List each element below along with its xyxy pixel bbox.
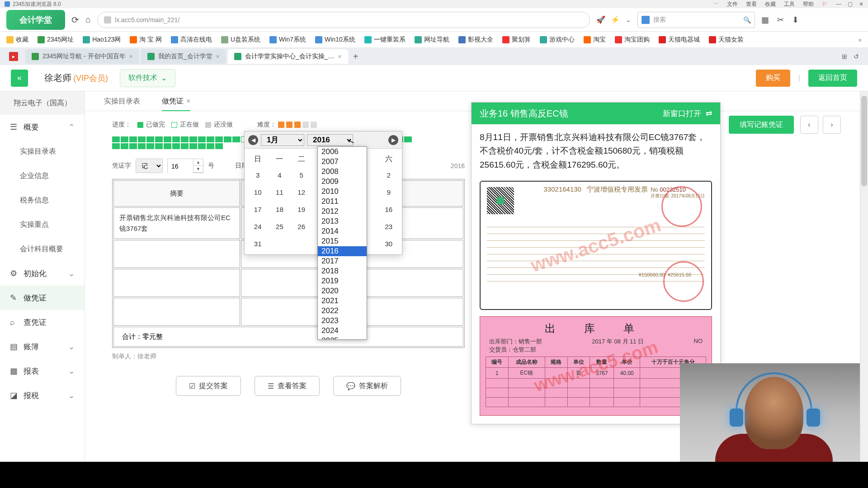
sidebar-item[interactable]: ⚙初始化⌄ (0, 261, 85, 286)
progress-box[interactable] (215, 143, 223, 149)
outbound-slip[interactable]: 出 库 单 出库部门：销售一部交货员：仓管二部 2017 年 08 月 11 日… (480, 316, 712, 416)
cal-prev[interactable]: ◀ (248, 135, 258, 145)
tech-dropdown[interactable]: 软件技术⌄ (120, 69, 175, 87)
calendar-day[interactable]: 9 (378, 184, 399, 200)
progress-box[interactable] (172, 136, 180, 142)
return-home-button[interactable]: 返回首页 (808, 70, 857, 87)
undo-close-icon[interactable]: ↺ (854, 53, 859, 60)
menu-tools[interactable]: 工具 (784, 0, 795, 8)
year-option[interactable]: 2010 (318, 187, 367, 197)
bookmark-item[interactable]: Win10系统 (315, 36, 355, 44)
tab-close-icon[interactable]: × (186, 97, 190, 105)
pinned-doc-icon[interactable]: ▸ (9, 52, 18, 61)
sidebar-subitem[interactable]: 税务信息 (0, 188, 85, 212)
minimize-icon[interactable]: — (836, 1, 841, 7)
year-option[interactable]: 2017 (318, 256, 367, 266)
progress-box[interactable] (138, 136, 146, 142)
year-option[interactable]: 2019 (318, 276, 367, 286)
calendar-day[interactable]: 11 (269, 184, 290, 200)
next-button[interactable]: › (823, 116, 841, 134)
year-option[interactable]: 2009 (318, 177, 367, 187)
calendar-day[interactable]: 16 (378, 201, 399, 217)
fill-voucher-button[interactable]: 填写记账凭证 (729, 116, 794, 134)
year-option[interactable]: 2023 (318, 316, 367, 326)
progress-box[interactable] (207, 136, 214, 142)
month-select[interactable]: 1月 (261, 134, 304, 146)
progress-box[interactable] (138, 143, 146, 149)
bookmark-item[interactable]: Hao123网 (83, 36, 121, 44)
progress-box[interactable] (164, 136, 171, 142)
bookmark-item[interactable]: 淘宝团购 (615, 36, 650, 44)
sidebar-subitem[interactable]: 实操目录表 (0, 139, 85, 164)
progress-box[interactable] (112, 143, 120, 149)
browser-search[interactable]: 搜索 🔍 (637, 12, 755, 28)
menu-file[interactable]: 文件 (727, 0, 738, 8)
progress-box[interactable] (121, 143, 128, 149)
calendar-day[interactable]: 25 (269, 218, 290, 235)
year-option[interactable]: 2014 (318, 226, 367, 236)
calendar-day[interactable]: 2 (378, 167, 399, 183)
year-option[interactable]: 2021 (318, 296, 367, 306)
progress-box[interactable] (404, 136, 412, 142)
tab-close-icon[interactable]: × (338, 53, 341, 60)
calendar-day[interactable] (291, 235, 312, 252)
scissors-icon[interactable]: ✂ (777, 15, 784, 25)
calendar-day[interactable]: 5 (291, 167, 312, 183)
scrollbar[interactable] (860, 91, 868, 488)
progress-box[interactable] (224, 136, 231, 142)
voucher-number-stepper[interactable]: ▲▼ (167, 159, 203, 173)
progress-box[interactable] (198, 143, 206, 149)
year-dropdown[interactable]: 2006200720082009201020112012201320142015… (317, 146, 367, 340)
cal-next[interactable]: ▶ (388, 135, 398, 145)
invoice-image[interactable]: 3302164130 宁波增值税专用发票 No 00232510开票日期: 20… (480, 181, 712, 310)
progress-box[interactable] (112, 136, 120, 142)
bookmark-item[interactable]: 2345网址 (38, 36, 74, 44)
summary-cell[interactable]: 开票销售北京兴科迪科技有限公司EC镜3767套 (113, 207, 240, 239)
prev-button[interactable]: ‹ (800, 116, 818, 134)
step-up[interactable]: ▲ (193, 159, 203, 166)
menu-chevron[interactable]: ﹀ (713, 0, 719, 8)
calendar-day[interactable]: 10 (247, 184, 268, 200)
bookmark-item[interactable]: U盘装系统 (221, 36, 260, 44)
buy-button[interactable]: 购买 (756, 70, 790, 87)
progress-box[interactable] (146, 136, 154, 142)
calendar-day[interactable]: 12 (291, 184, 312, 200)
maximize-icon[interactable]: ▢ (848, 1, 853, 7)
summary-cell[interactable] (113, 240, 240, 268)
calendar-day[interactable]: 24 (247, 218, 268, 235)
bookmark-item[interactable]: 聚划算 (502, 36, 531, 44)
progress-box[interactable] (172, 143, 180, 149)
year-select[interactable]: 2016 (307, 134, 353, 146)
notification-icon[interactable]: ⚐ (822, 1, 827, 7)
bookmark-item[interactable]: 淘宝 (584, 36, 606, 44)
progress-box[interactable] (129, 136, 137, 142)
menu-fav[interactable]: 收藏 (765, 0, 776, 8)
bookmarks-more[interactable]: » (858, 36, 862, 43)
progress-box[interactable] (155, 143, 163, 149)
bookmark-item[interactable]: 收藏 (6, 36, 28, 44)
year-option[interactable]: 2008 (318, 167, 367, 177)
sidebar-subitem[interactable]: 会计科目概要 (0, 237, 85, 261)
sidebar-toggle[interactable]: « (11, 70, 28, 87)
new-tab-button[interactable]: + (350, 51, 362, 62)
inner-tab[interactable]: 做凭证× (151, 92, 201, 111)
close-window-icon[interactable]: ✕ (859, 1, 863, 7)
browser-tab[interactable]: 会计学堂实操中心_会计实操_…× (228, 49, 348, 64)
calendar-day[interactable]: 26 (291, 218, 312, 235)
open-new-window[interactable]: 新窗口打开⇄ (663, 108, 712, 119)
search-go-icon[interactable]: 🔍 (743, 16, 751, 23)
calendar-day[interactable] (269, 235, 290, 252)
summary-cell[interactable] (113, 298, 240, 326)
year-option[interactable]: 2015 (318, 236, 367, 246)
apps-icon[interactable]: ▦ (761, 15, 769, 25)
year-option[interactable]: 2018 (318, 266, 367, 276)
progress-box[interactable] (146, 143, 154, 149)
progress-box[interactable] (164, 143, 171, 149)
scrollbar-thumb[interactable] (861, 96, 867, 186)
submit-button[interactable]: ☑提交答案 (176, 376, 241, 396)
bookmark-item[interactable]: 天猫电器城 (659, 36, 700, 44)
progress-box[interactable] (181, 143, 189, 149)
calendar-day[interactable]: 3 (247, 167, 268, 183)
calendar-day[interactable]: 30 (378, 235, 399, 252)
progress-box[interactable] (129, 143, 137, 149)
